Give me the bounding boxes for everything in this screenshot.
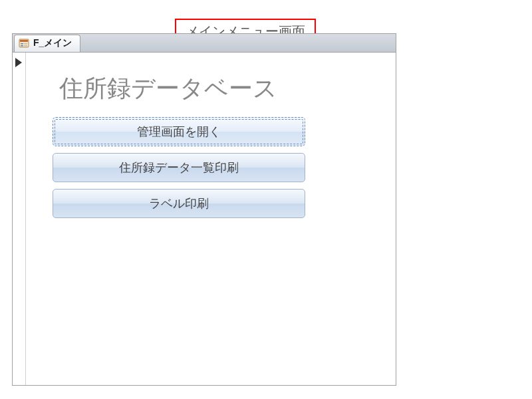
window-titlebar: F_メイン — [13, 34, 396, 53]
form-window: F_メイン 住所録データベース 管理画面を開く 住所録データ一覧印刷 ラベル印刷 — [12, 33, 396, 386]
svg-rect-1 — [20, 40, 28, 42]
print-address-list-button[interactable]: 住所録データ一覧印刷 — [53, 153, 305, 182]
form-body: 住所録データベース 管理画面を開く 住所録データ一覧印刷 ラベル印刷 — [13, 53, 396, 385]
svg-rect-5 — [24, 45, 27, 47]
svg-rect-2 — [21, 43, 23, 45]
current-record-arrow-icon — [15, 58, 22, 67]
form-tab[interactable]: F_メイン — [14, 35, 80, 52]
svg-rect-4 — [24, 43, 27, 45]
open-admin-button[interactable]: 管理画面を開く — [53, 117, 305, 146]
form-content: 住所録データベース 管理画面を開く 住所録データ一覧印刷 ラベル印刷 — [26, 53, 396, 385]
form-icon — [19, 38, 29, 49]
page-title: 住所録データベース — [59, 72, 369, 105]
record-selector[interactable] — [13, 53, 26, 385]
print-label-button[interactable]: ラベル印刷 — [53, 189, 305, 218]
form-tab-label: F_メイン — [33, 37, 72, 49]
svg-rect-3 — [21, 45, 23, 47]
